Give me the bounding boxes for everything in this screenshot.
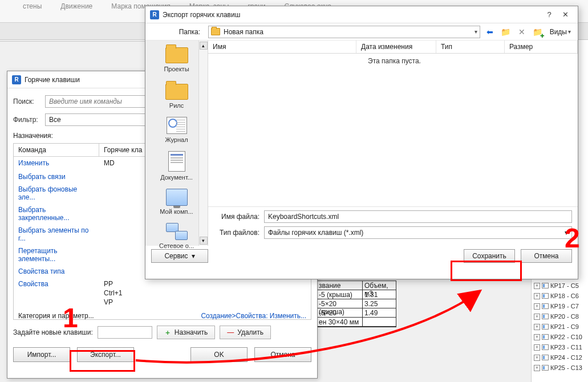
scroll-down-icon[interactable]: ▾ [200, 237, 208, 245]
empty-folder-message: Эта папка пуста. [208, 54, 578, 65]
command-cell: Выбрать элементы по г... [14, 224, 99, 245]
command-cell: Выбрать фоновые эле... [14, 183, 99, 204]
back-icon[interactable]: ⬅ [484, 26, 496, 38]
app-icon: R [12, 75, 21, 84]
sheet-icon [542, 324, 549, 330]
folder-label: Папка: [150, 28, 205, 36]
sheet-icon [542, 365, 549, 371]
command-cell: Выбрать связи [14, 170, 99, 183]
place-label: Сетевое о... [159, 242, 194, 249]
new-keys-input[interactable] [98, 326, 152, 339]
help-button[interactable]: ? [541, 9, 557, 21]
sheet-icon [542, 334, 549, 340]
filetype-label: Тип файлов: [214, 229, 259, 237]
places-panel: ПроектыРилсЖурналДокумент...Мой комп...С… [145, 40, 208, 246]
cancel-button[interactable]: Отмена [254, 347, 311, 362]
chevron-down-icon: ▾ [475, 29, 477, 35]
tree-item[interactable]: +КР18 - C6 [532, 291, 588, 301]
assign-button[interactable]: ＋Назначить [157, 326, 215, 339]
filter-label: Фильтр: [13, 116, 45, 124]
tree-item[interactable]: +КР19 - C7 [532, 301, 588, 311]
cancel-export-button[interactable]: Отмена [521, 249, 572, 263]
filename-input[interactable] [264, 210, 572, 223]
grid-row[interactable]: СвойстваPPCtrl+1VP [14, 278, 311, 310]
sheet-icon [542, 293, 549, 299]
save-button[interactable]: Сохранить [464, 249, 515, 263]
app-icon: R [150, 10, 159, 19]
expand-icon[interactable]: + [534, 324, 540, 330]
place-label: Проекты [164, 66, 189, 72]
tree-item[interactable]: +КР20 - C8 [532, 311, 588, 322]
expand-icon[interactable]: + [534, 365, 540, 371]
place-label: Рилс [169, 102, 184, 109]
command-cell: Выбрать закрепленные... [14, 204, 99, 224]
doc-icon [168, 151, 185, 172]
plus-icon: ＋ [164, 328, 171, 338]
comp-icon [166, 189, 188, 206]
command-cell: Перетащить элементы... [14, 245, 99, 265]
sheet-icon [542, 283, 549, 288]
column-type[interactable]: Тип [436, 40, 505, 53]
views-dropdown[interactable]: Виды ▾ [548, 28, 573, 36]
new-folder-icon[interactable]: 📁 [532, 26, 544, 38]
chevron-down-icon: ▾ [568, 29, 571, 35]
folder-select[interactable]: Новая папка ▾ [208, 26, 480, 38]
sheet-icon [542, 314, 549, 319]
filename-label: Имя файла: [214, 213, 259, 221]
ok-button[interactable]: OK [190, 347, 248, 362]
dialog-title: Горячие клавиши [25, 76, 80, 84]
command-cell: Изменить [14, 157, 99, 169]
filetype-select[interactable]: Файлы горячих клавиш (*.xml)▾ [264, 226, 572, 239]
sheet-icon [542, 344, 549, 350]
folder-icon [165, 84, 188, 100]
sheet-icon [542, 355, 549, 360]
column-date[interactable]: Дата изменения [356, 40, 436, 53]
command-path: Создание>Свойства: Изменить... [201, 312, 306, 320]
column-command[interactable]: Команда [14, 144, 99, 156]
category-link[interactable]: Категория и параметр... [18, 312, 94, 320]
remove-button[interactable]: —Удалить [220, 326, 271, 339]
minus-icon: — [227, 328, 234, 336]
search-label: Поиск: [13, 97, 45, 105]
expand-icon[interactable]: + [534, 344, 540, 351]
tree-item[interactable]: +КР21 - C9 [532, 322, 588, 332]
dialog-title: Экспорт горячих клавиш [163, 11, 240, 19]
column-name[interactable]: Имя [208, 40, 356, 53]
net-icon [166, 223, 188, 240]
command-cell: Свойства [14, 278, 99, 290]
hotkey-cell: PPCtrl+1VP [99, 278, 311, 310]
command-cell: Свойства типа [14, 265, 99, 278]
dialog-titlebar[interactable]: R Экспорт горячих клавиш ? ✕ [145, 6, 578, 23]
journ-icon [167, 117, 187, 134]
expand-icon[interactable]: + [534, 334, 540, 340]
place-label: Документ... [160, 174, 193, 181]
tree-item[interactable]: +КР23 - C11 [532, 342, 588, 352]
tree-item[interactable]: +КР24 - C12 [532, 352, 588, 363]
tree-item[interactable]: +КР25 - C13 [532, 363, 588, 373]
import-button[interactable]: Импорт... [13, 347, 70, 362]
expand-icon[interactable]: + [534, 314, 540, 320]
expand-icon[interactable]: + [534, 355, 540, 361]
schedule-table: званиеОбъем, м3 -5 (крыша)1.31 -5×20 (кр… [317, 281, 396, 327]
expand-icon[interactable]: + [534, 283, 540, 289]
places-scrollbar[interactable]: ▴ ▾ [198, 40, 208, 246]
expand-icon[interactable]: + [534, 293, 540, 299]
up-folder-icon[interactable]: 📁 [500, 26, 512, 38]
chevron-down-icon: ▾ [565, 229, 568, 237]
folder-icon [211, 28, 220, 35]
tree-item[interactable]: +КР22 - C10 [532, 332, 588, 342]
place-label: Мой комп... [160, 208, 193, 215]
close-button[interactable]: ✕ [557, 9, 573, 21]
folder-icon [165, 47, 188, 63]
sheet-icon [542, 303, 549, 309]
column-size[interactable]: Размер [505, 40, 578, 53]
expand-icon[interactable]: + [534, 303, 540, 310]
place-label: Журнал [165, 136, 188, 143]
delete-icon[interactable]: ✕ [516, 26, 528, 38]
export-dialog: R Экспорт горячих клавиш ? ✕ Папка: Нова… [145, 6, 578, 279]
file-area[interactable]: Имя Дата изменения Тип Размер Эта папка … [208, 40, 578, 246]
scroll-up-icon[interactable]: ▴ [200, 42, 208, 50]
export-button[interactable]: Экспорт... [77, 347, 134, 362]
tree-item[interactable]: +КР17 - C5 [532, 281, 588, 291]
new-keys-label: Задайте новые клавиши: [13, 328, 93, 336]
